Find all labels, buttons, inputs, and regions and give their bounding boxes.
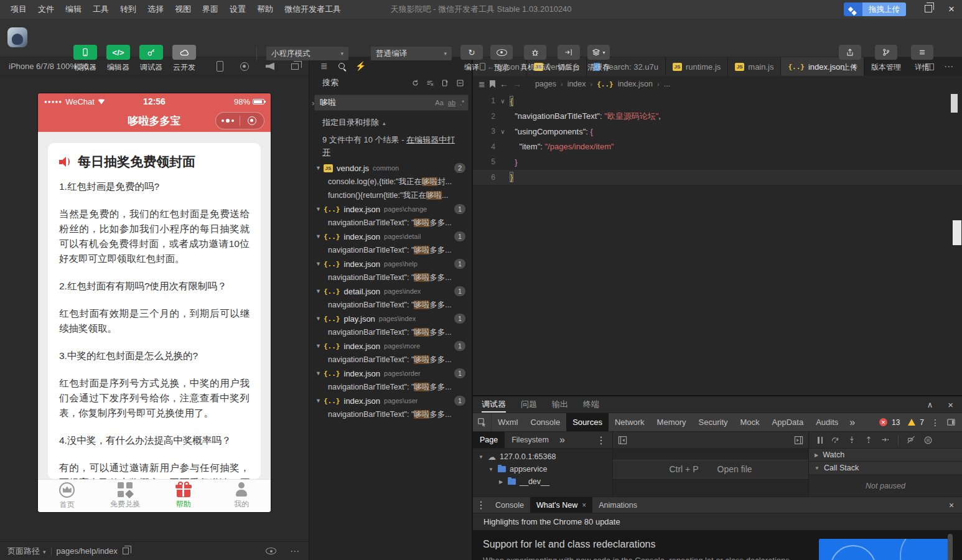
- devtools-tab-Sources[interactable]: Sources: [566, 413, 609, 431]
- search-result-match[interactable]: function(){return{title:"我正在哆啦...: [309, 189, 472, 202]
- step-icon[interactable]: [881, 436, 890, 444]
- search-result-match[interactable]: navigationBarTitleText": "哆啦多多...: [309, 243, 472, 257]
- bookmark-icon[interactable]: [490, 80, 495, 88]
- drawer-scrollbar-thumb[interactable]: [948, 534, 953, 560]
- search-result-file[interactable]: ▼{..}index.jsonpages\user1: [309, 394, 472, 408]
- more-tabs-icon[interactable]: »: [844, 413, 860, 431]
- tabbar-item-帮助[interactable]: 帮助: [154, 480, 213, 512]
- debugger-tab-输出[interactable]: 输出: [552, 396, 568, 413]
- devtools-tab-Wxml[interactable]: Wxml: [492, 413, 525, 431]
- whole-word-icon[interactable]: ab: [448, 99, 455, 106]
- drawer-tab-What's New[interactable]: What's New×: [530, 497, 592, 513]
- callstack-section[interactable]: ▼ Call Stack: [809, 462, 962, 475]
- tab-close-icon[interactable]: ×: [582, 501, 586, 510]
- devtools-menu-icon[interactable]: ⋮: [928, 418, 942, 427]
- dock-side-icon[interactable]: [946, 418, 956, 427]
- tabbar-item-我的[interactable]: 我的: [213, 480, 271, 512]
- search-result-file[interactable]: ▼{..}index.jsonpages\more1: [309, 339, 472, 353]
- debugger-tab-终端[interactable]: 终端: [583, 396, 599, 413]
- search-result-file[interactable]: ▼{..}detail.jsonpages\index1: [309, 284, 472, 298]
- more-options-icon[interactable]: ⋯: [290, 546, 300, 557]
- mode-button-云开发[interactable]: 云开发: [172, 45, 196, 73]
- record-icon[interactable]: [240, 62, 249, 71]
- menu-item-帮助[interactable]: 帮助: [251, 0, 279, 19]
- exit-miniprogram-button[interactable]: [240, 116, 264, 125]
- new-search-editor-icon[interactable]: [441, 79, 449, 87]
- tree-item-appservice[interactable]: ▼appservice: [473, 463, 612, 475]
- drawer-tab-Animations[interactable]: Animations: [592, 497, 643, 513]
- search-result-file[interactable]: ▼{..}index.jsonpages\change1: [309, 202, 472, 216]
- action-button-真机调试[interactable]: 真机调试: [520, 45, 550, 73]
- pause-on-exceptions-icon[interactable]: [923, 436, 933, 445]
- action-button-详情[interactable]: 详情: [911, 45, 933, 73]
- debugger-tab-调试器[interactable]: 调试器: [482, 396, 506, 413]
- tree-item-127.0.0.1:65368[interactable]: ▼☁127.0.0.1:65368: [473, 450, 612, 463]
- more-menu-button[interactable]: [216, 119, 240, 123]
- navigator-tab-Page[interactable]: Page: [473, 432, 505, 448]
- menu-item-编辑[interactable]: 编辑: [60, 0, 87, 19]
- plugins-icon[interactable]: ⚡: [355, 61, 366, 71]
- drawer-tab-Console[interactable]: Console: [489, 497, 530, 513]
- outline-icon[interactable]: ≣: [479, 80, 485, 89]
- action-button-上传[interactable]: 上传: [839, 45, 861, 73]
- deactivate-breakpoints-icon[interactable]: [907, 436, 915, 444]
- action-button-切后台[interactable]: 切后台: [558, 45, 580, 73]
- tabs-more-icon[interactable]: ⋯: [944, 61, 953, 72]
- editor-tab-runtime.js[interactable]: JSruntime.js: [666, 57, 728, 76]
- tree-item-__dev__[interactable]: ▶__dev__: [473, 475, 612, 488]
- search-icon[interactable]: [339, 61, 345, 71]
- warning-badge-icon[interactable]: [908, 419, 915, 426]
- action-button-编译[interactable]: ↻编译: [460, 45, 483, 73]
- search-result-match[interactable]: console.log(e),{title:"我正在哆啦封...: [309, 175, 472, 189]
- watch-section[interactable]: ▶ Watch: [809, 449, 962, 462]
- drawer-close-icon[interactable]: ×: [941, 497, 962, 513]
- breadcrumb-more[interactable]: ...: [664, 80, 670, 88]
- tabbar-item-免费兑换[interactable]: 免费兑换: [96, 480, 155, 512]
- search-result-file[interactable]: ▼{..}index.jsonpages\help1: [309, 257, 472, 271]
- devtools-tab-Network[interactable]: Network: [609, 413, 651, 431]
- inspect-element-icon[interactable]: [473, 413, 492, 431]
- show-debugger-icon[interactable]: [794, 436, 803, 447]
- close-panel-icon[interactable]: ×: [948, 399, 953, 410]
- navigator-tab-Filesystem[interactable]: Filesystem: [505, 432, 556, 448]
- menu-item-工具[interactable]: 工具: [87, 0, 114, 19]
- search-result-match[interactable]: navigationBarTitleText": "哆啦多多...: [309, 298, 472, 312]
- drawer-menu-icon[interactable]: ⋮: [473, 497, 489, 513]
- search-result-match[interactable]: navigationBarTitleText": "哆啦多多...: [309, 271, 472, 284]
- miniprogram-mode-select[interactable]: 小程序模式▾: [266, 47, 348, 60]
- more-panes-icon[interactable]: »: [556, 432, 569, 448]
- regex-icon[interactable]: .*: [460, 99, 464, 106]
- nav-forward-icon[interactable]: →: [513, 79, 521, 89]
- error-badge-icon[interactable]: ✕: [879, 418, 887, 426]
- menu-item-界面[interactable]: 界面: [197, 0, 224, 19]
- window-close-icon[interactable]: ×: [948, 0, 955, 19]
- search-result-file[interactable]: ▼JSvendor.jscommon2: [309, 161, 472, 175]
- compile-mode-select[interactable]: 普通编译▾: [371, 47, 452, 60]
- debugger-tab-问题[interactable]: 问题: [521, 396, 537, 413]
- code-editor[interactable]: 1∨{2 "navigationBarTitleText": "欧皇源码论坛",…: [473, 92, 962, 395]
- menu-item-文件[interactable]: 文件: [32, 0, 60, 19]
- search-result-file[interactable]: ▼{..}index.jsonpages\order1: [309, 366, 472, 380]
- pause-icon[interactable]: [818, 437, 823, 444]
- devtools-tab-Audits[interactable]: Audits: [810, 413, 844, 431]
- devtools-tab-Security[interactable]: Security: [693, 413, 734, 431]
- step-into-icon[interactable]: [848, 436, 856, 444]
- search-directory-filter[interactable]: 指定目录和排除▴: [322, 117, 472, 128]
- navigator-menu-icon[interactable]: ⋮: [590, 432, 612, 448]
- mode-button-编辑器[interactable]: </>编辑器: [106, 45, 130, 73]
- step-out-icon[interactable]: [864, 436, 873, 444]
- collapse-all-icon[interactable]: [456, 79, 464, 87]
- search-result-match[interactable]: navigationBarTitleText": "哆啦多多...: [309, 380, 472, 394]
- page-path-dropdown[interactable]: 页面路径▾: [7, 546, 46, 557]
- match-case-icon[interactable]: Aa: [435, 99, 443, 106]
- menu-item-项目[interactable]: 项目: [5, 0, 32, 19]
- mute-icon[interactable]: [266, 63, 274, 70]
- search-result-match[interactable]: navigationBarTitleText": "哆啦多多...: [309, 325, 472, 339]
- devtools-tab-Console[interactable]: Console: [525, 413, 567, 431]
- device-phone-icon[interactable]: [217, 61, 223, 72]
- action-button-版本管理[interactable]: 版本管理: [871, 45, 901, 73]
- copy-path-icon[interactable]: [123, 548, 129, 554]
- mode-button-模拟器[interactable]: 模拟器: [73, 45, 97, 73]
- menu-item-选择[interactable]: 选择: [142, 0, 169, 19]
- menu-item-设置[interactable]: 设置: [224, 0, 251, 19]
